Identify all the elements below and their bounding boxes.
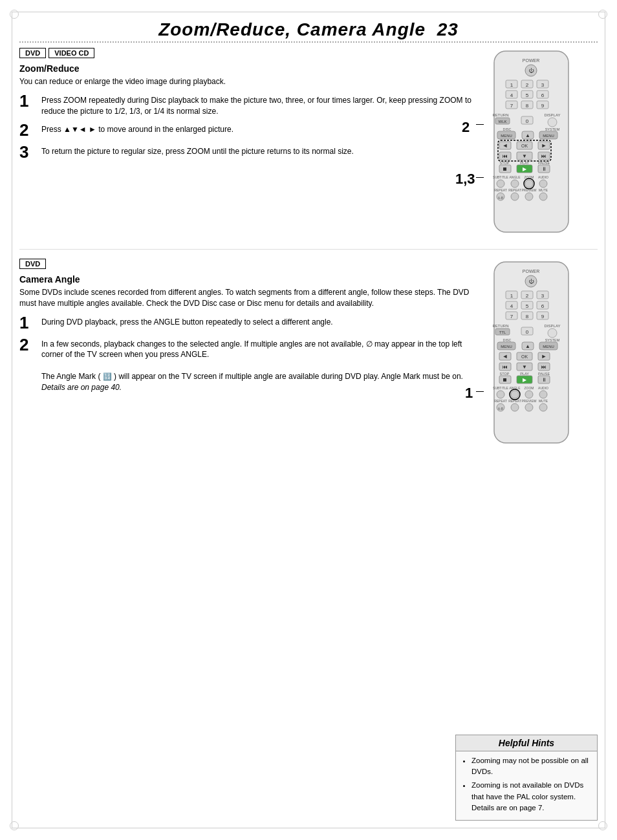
svg-point-140 [511, 391, 519, 398]
helpful-hints-title: Helpful Hints [456, 735, 597, 751]
step-2-angle: 2 In a few seconds, playback changes to … [19, 336, 475, 393]
camera-angle-steps: 1 During DVD playback, press the ANGLE b… [19, 314, 475, 393]
svg-text:⏸: ⏸ [541, 377, 547, 383]
svg-text:▶: ▶ [523, 377, 527, 383]
svg-text:►: ► [541, 353, 547, 360]
step-1-zoom: 1 Press ZOOM repeatedly during Disc play… [19, 92, 475, 117]
svg-text:SUBTITLE: SUBTITLE [493, 175, 509, 179]
step-1-number: 1 [19, 92, 38, 109]
svg-text:8: 8 [526, 103, 529, 109]
page-title-text: Zoom/Reduce, Camera Angle [158, 19, 426, 39]
helpful-hints-box: Helpful Hints Zooming may not be possibl… [455, 735, 598, 821]
svg-text:DISPLAY: DISPLAY [545, 324, 561, 328]
step-2a-text: In a few seconds, playback changes to th… [41, 336, 475, 393]
step-1-text: Press ZOOM repeatedly during Disc playba… [41, 92, 475, 117]
svg-text:POWER: POWER [523, 269, 539, 274]
svg-text:▲: ▲ [525, 343, 530, 349]
camera-angle-section: DVD Camera Angle Some DVDs include scene… [19, 259, 598, 448]
svg-text:MUTE: MUTE [539, 399, 548, 403]
svg-text:6: 6 [541, 92, 545, 98]
svg-text:REPEAT: REPEAT [508, 188, 521, 192]
svg-text:MENU: MENU [501, 345, 512, 349]
svg-text:ANGLE: ANGLE [510, 175, 521, 179]
svg-point-63 [511, 180, 519, 188]
svg-text:REPEAT: REPEAT [494, 399, 507, 403]
remote-label-1: 1 [465, 385, 473, 402]
svg-text:AUDIO: AUDIO [538, 386, 548, 390]
step-2-number: 2 [19, 122, 38, 138]
svg-point-72 [511, 193, 519, 200]
svg-text:1: 1 [510, 82, 514, 88]
svg-text:▼: ▼ [522, 153, 527, 159]
svg-text:►: ► [541, 142, 547, 149]
page-title: Zoom/Reduce, Camera Angle 23 [19, 19, 598, 40]
svg-text:OK: OK [521, 144, 528, 148]
svg-text:⏭: ⏭ [541, 364, 547, 370]
zoom-reduce-heading: Zoom/Reduce [19, 63, 475, 74]
zoom-reduce-intro: You can reduce or enlarge the video imag… [19, 76, 475, 87]
svg-text:A-B: A-B [498, 196, 504, 200]
svg-text:▶: ▶ [523, 166, 527, 172]
hint-1: Zooming may not be possible on all DVDs. [471, 755, 590, 778]
page-border-right [605, 12, 605, 828]
svg-text:8: 8 [526, 314, 529, 319]
page-inner: Zoom/Reduce, Camera Angle 23 DVD VIDEO C… [19, 19, 598, 821]
svg-point-149 [511, 404, 519, 411]
svg-point-65 [539, 180, 547, 188]
zoom-reduce-section: DVD VIDEO CD Zoom/Reduce You can reduce … [19, 48, 598, 237]
svg-text:OK: OK [521, 354, 528, 359]
svg-text:PLAY: PLAY [520, 372, 529, 376]
svg-text:STOP: STOP [500, 372, 510, 376]
step-2-text: Press ▲▼◄ ► to move around in the enlarg… [41, 122, 233, 135]
svg-text:⏻: ⏻ [528, 68, 534, 74]
svg-text:RETURN: RETURN [493, 113, 509, 117]
svg-text:WLK: WLK [498, 120, 506, 124]
svg-point-28 [548, 118, 557, 127]
svg-text:▲: ▲ [525, 133, 530, 138]
svg-point-64 [525, 180, 533, 188]
svg-text:0: 0 [526, 329, 529, 335]
svg-text:4: 4 [510, 303, 514, 309]
step-2-zoom: 2 Press ▲▼◄ ► to move around in the enla… [19, 122, 475, 138]
svg-text:SUBTITLE: SUBTITLE [493, 386, 509, 390]
step-1a-number: 1 [19, 314, 38, 331]
svg-text:5: 5 [526, 92, 529, 98]
svg-text:⏹: ⏹ [503, 377, 508, 383]
svg-point-142 [539, 391, 547, 398]
svg-text:⏮: ⏮ [503, 364, 508, 370]
zoom-reduce-steps: 1 Press ZOOM repeatedly during Disc play… [19, 92, 475, 161]
badge-dvd-2: DVD [19, 259, 46, 269]
svg-text:0: 0 [526, 118, 529, 124]
svg-text:ZOOM: ZOOM [525, 386, 534, 390]
step-3-text: To return the picture to regular size, p… [41, 144, 354, 157]
svg-text:3: 3 [541, 293, 545, 299]
svg-text:MENU: MENU [543, 134, 554, 138]
zoom-reduce-content: DVD VIDEO CD Zoom/Reduce You can reduce … [19, 48, 475, 237]
page-border-top [12, 12, 605, 12]
svg-text:4: 4 [510, 92, 514, 98]
svg-text:AUDIO: AUDIO [538, 175, 548, 179]
title-divider [19, 41, 598, 43]
svg-text:MENU: MENU [543, 345, 554, 349]
svg-text:TTL: TTL [499, 330, 506, 334]
svg-text:6: 6 [541, 303, 545, 309]
svg-text:SYSTEM: SYSTEM [545, 338, 560, 342]
remote-section-1: 2 1,3 POWER ⏻ 1 2 [481, 48, 598, 237]
helpful-hints-list: Zooming may not be possible on all DVDs.… [462, 755, 590, 813]
svg-text:POWER: POWER [523, 58, 539, 63]
svg-text:A-B: A-B [498, 407, 504, 411]
svg-text:MENU: MENU [501, 134, 512, 138]
svg-text:5: 5 [526, 303, 529, 309]
svg-text:DISPLAY: DISPLAY [545, 113, 561, 117]
remote-svg-1: POWER ⏻ 1 2 3 4 5 6 [481, 48, 581, 235]
svg-point-73 [525, 193, 533, 200]
page-number: 23 [437, 19, 459, 39]
badge-row-2: DVD [19, 259, 475, 269]
svg-text:▼: ▼ [522, 364, 527, 370]
camera-angle-content: DVD Camera Angle Some DVDs include scene… [19, 259, 475, 448]
reg-mark-br [598, 821, 607, 830]
svg-text:⏻: ⏻ [528, 279, 534, 285]
svg-text:DISC: DISC [503, 127, 511, 131]
svg-text:⏸: ⏸ [541, 166, 547, 172]
section-divider [19, 249, 598, 250]
